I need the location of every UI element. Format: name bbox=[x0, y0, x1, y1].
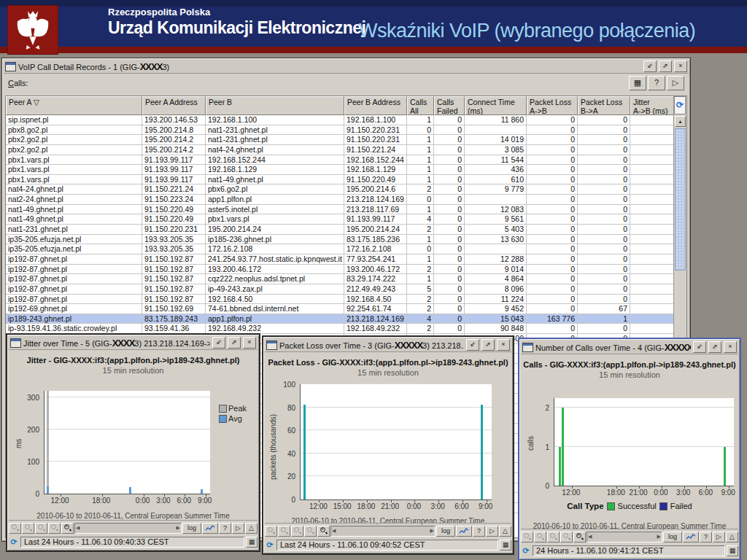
table-row[interactable]: pbx2.go2.pl195.200.214.2nat1-231.ghnet.p… bbox=[6, 135, 686, 145]
table-row[interactable]: nat4-24.ghnet.pl91.150.221.24pbx6.go2.pl… bbox=[6, 184, 686, 195]
refresh-icon[interactable]: ⟳ bbox=[674, 96, 686, 114]
time-scrollbar[interactable]: ◀▶ bbox=[587, 532, 662, 542]
table-row[interactable]: ip192-87.ghnet.pl91.150.192.87192.168.4.… bbox=[6, 295, 686, 305]
column-header[interactable]: Connect Time (ms) bbox=[465, 96, 527, 115]
zoom-out-icon[interactable] bbox=[304, 526, 317, 537]
restore-button[interactable]: ⇙ bbox=[693, 341, 706, 353]
column-header[interactable]: Packet Loss B->A bbox=[578, 96, 630, 115]
chart-subtitle: 15 min resolution bbox=[265, 368, 511, 377]
grid-view-button[interactable]: ▦ bbox=[629, 76, 646, 90]
time-scrollbar[interactable]: ◀▶ bbox=[330, 526, 436, 537]
scrollbar-thumb[interactable] bbox=[675, 128, 686, 271]
table-row[interactable]: ip192-87.ghnet.pl91.150.192.87cqz222.neo… bbox=[6, 274, 686, 284]
table-row[interactable]: ip35-205.efuzja.net.pl193.93.205.35ip185… bbox=[6, 235, 686, 245]
calendar-icon[interactable]: ▦ bbox=[500, 540, 511, 551]
column-header[interactable]: Calls Failed bbox=[434, 96, 465, 115]
column-header[interactable]: Peer B Address bbox=[344, 96, 407, 115]
restore-button[interactable]: ⇙ bbox=[466, 339, 479, 351]
zoom-out-icon[interactable] bbox=[560, 532, 573, 542]
table-cell: app1.plfon.pl bbox=[206, 314, 344, 324]
export-button[interactable]: ▷ bbox=[667, 76, 684, 90]
zoom-in-icon[interactable]: + bbox=[317, 526, 330, 537]
table-row[interactable]: pbx1.vars.pl91.193.99.117192.168.152.244… bbox=[6, 155, 686, 166]
jitter-titlebar[interactable]: Jitter over Time - 5 (GIG-XXXX3) 213.218… bbox=[9, 336, 258, 350]
zoom-out-icon[interactable] bbox=[534, 532, 546, 542]
table-row[interactable]: nat1-231.ghnet.pl91.150.220.231195.200.2… bbox=[6, 225, 686, 235]
table-row[interactable]: pbx2.go2.pl195.200.214.2nat4-24.ghnet.pl… bbox=[6, 145, 686, 155]
time-scrollbar[interactable]: ◀▶ bbox=[74, 523, 182, 534]
log-scale-button[interactable]: log bbox=[436, 526, 455, 537]
table-row[interactable]: nat1-49.ghnet.pl91.150.220.49pbx1.vars.p… bbox=[6, 214, 686, 225]
scroll-right-icon[interactable]: ▶ bbox=[430, 528, 434, 534]
line-chart-icon[interactable] bbox=[456, 526, 472, 537]
export-icon[interactable]: ▷ bbox=[232, 523, 244, 534]
scroll-left-icon[interactable]: ◀ bbox=[588, 534, 592, 540]
packet-loss-titlebar[interactable]: Packet Loss over Time - 3 (GIG-XXXXX3) 2… bbox=[265, 338, 511, 352]
packet-loss-plot bbox=[300, 384, 492, 500]
zoom-in-icon[interactable]: + bbox=[61, 523, 74, 534]
column-header[interactable]: Peer A Address bbox=[142, 96, 206, 115]
maximize-button[interactable]: ⇗ bbox=[659, 61, 672, 72]
column-header[interactable]: Peer A ▽ bbox=[6, 96, 142, 115]
log-scale-button[interactable]: log bbox=[663, 532, 682, 542]
table-row[interactable]: pbx8.go2.pl195.200.214.8nat1-231.ghnet.p… bbox=[6, 125, 686, 136]
scroll-left-icon[interactable]: ◀ bbox=[76, 525, 80, 531]
table-row[interactable]: nat2-24.ghnet.pl91.150.223.24app1.plfon.… bbox=[6, 195, 686, 205]
maximize-button[interactable]: ⇗ bbox=[481, 339, 495, 351]
maximize-button[interactable]: ⇗ bbox=[708, 341, 721, 353]
table-row[interactable]: sip.ispnet.pl193.200.146.53192.168.1.100… bbox=[6, 115, 686, 125]
line-chart-icon[interactable] bbox=[202, 523, 218, 534]
calls-titlebar[interactable]: Number of Calls over Time - 4 (GIG-XXXXX… bbox=[521, 341, 738, 354]
close-icon[interactable]: × bbox=[497, 339, 510, 351]
alarm-icon[interactable]: △ bbox=[726, 532, 738, 542]
table-row[interactable]: ip192-69.ghnet.pl91.150.192.6974-61.bbne… bbox=[6, 304, 686, 314]
zoom-reset-icon[interactable] bbox=[521, 532, 533, 542]
zoom-in-icon[interactable]: + bbox=[573, 532, 586, 542]
column-header[interactable]: Packet Loss A->B bbox=[527, 96, 578, 115]
export-icon[interactable]: ▷ bbox=[486, 526, 498, 537]
alarm-icon[interactable]: △ bbox=[499, 526, 511, 537]
maximize-button[interactable]: ⇗ bbox=[228, 337, 241, 349]
scroll-left-icon[interactable]: ◀ bbox=[332, 528, 336, 534]
cdr-titlebar[interactable]: VoIP Call Detail Records - 1 (GIG-XXXX3)… bbox=[4, 60, 689, 74]
table-row[interactable]: ip192-87.ghnet.pl91.150.192.87193.200.46… bbox=[6, 265, 686, 275]
scroll-right-icon[interactable]: ▶ bbox=[657, 534, 661, 540]
table-row[interactable]: ip192-87.ghnet.pl91.150.192.87ip-49-243.… bbox=[6, 284, 686, 295]
table-cell: 0 bbox=[434, 324, 465, 334]
help-button[interactable]: ? bbox=[648, 76, 665, 90]
restore-button[interactable]: ⇙ bbox=[643, 61, 657, 72]
zoom-reset-icon[interactable] bbox=[265, 526, 277, 537]
table-row[interactable]: ip189-243.ghnet.pl83.175.189.243app1.plf… bbox=[6, 314, 686, 324]
table-row[interactable]: nat1-49.ghnet.pl91.150.220.49aster5.inot… bbox=[6, 205, 686, 215]
table-row[interactable]: pbx1.vars.pl91.193.99.117192.168.1.12919… bbox=[6, 165, 686, 175]
calendar-icon[interactable]: ▦ bbox=[246, 537, 258, 548]
alarm-icon[interactable]: △ bbox=[245, 523, 258, 534]
help-icon[interactable]: ? bbox=[473, 526, 485, 537]
close-icon[interactable]: × bbox=[674, 61, 687, 72]
export-icon[interactable]: ▷ bbox=[713, 532, 725, 542]
table-cell: 0 bbox=[527, 195, 578, 205]
column-header[interactable]: Calls All bbox=[407, 96, 434, 115]
zoom-out-icon[interactable] bbox=[278, 526, 290, 537]
log-scale-button[interactable]: log bbox=[182, 523, 201, 534]
zoom-out-icon[interactable] bbox=[48, 523, 61, 534]
close-icon[interactable]: × bbox=[243, 337, 256, 349]
table-row[interactable]: ip35-205.efuzja.net.pl193.93.205.35172.1… bbox=[6, 244, 686, 254]
column-header[interactable]: Peer B bbox=[206, 96, 344, 115]
scroll-right-icon[interactable]: ▶ bbox=[177, 525, 180, 531]
scroll-up-icon[interactable]: ▲ bbox=[675, 116, 686, 127]
table-row[interactable]: ip192-87.ghnet.pl91.150.192.87241.254.93… bbox=[6, 254, 686, 265]
table-cell: 0 bbox=[434, 214, 465, 225]
help-icon[interactable]: ? bbox=[700, 532, 712, 542]
line-chart-icon[interactable] bbox=[683, 532, 699, 542]
zoom-out-icon[interactable] bbox=[22, 523, 34, 534]
zoom-out-icon[interactable] bbox=[35, 523, 47, 534]
zoom-out-icon[interactable] bbox=[547, 532, 560, 542]
close-icon[interactable]: × bbox=[724, 341, 737, 353]
table-row[interactable]: pbx1.vars.pl91.193.99.117nat1-49.ghnet.p… bbox=[6, 175, 686, 185]
restore-button[interactable]: ⇙ bbox=[212, 337, 225, 349]
help-icon[interactable]: ? bbox=[219, 523, 231, 534]
zoom-out-icon[interactable] bbox=[291, 526, 303, 537]
calendar-icon[interactable]: ▦ bbox=[727, 545, 738, 556]
zoom-reset-icon[interactable] bbox=[9, 523, 21, 534]
